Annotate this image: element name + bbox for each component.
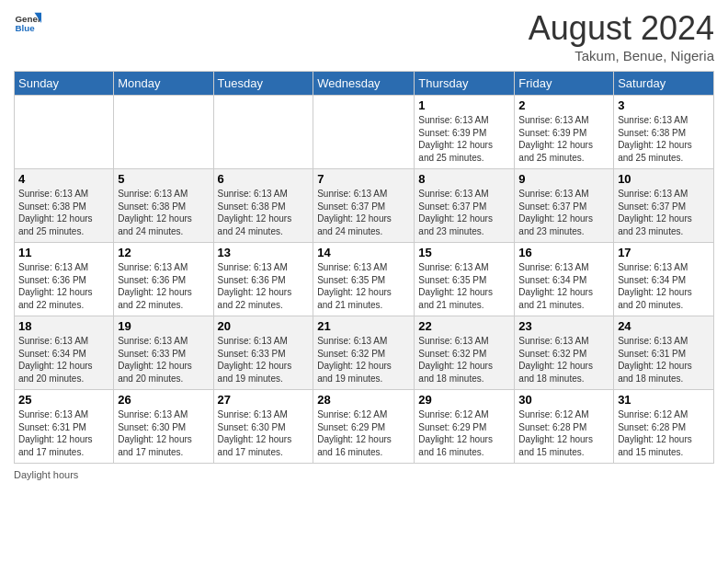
- day-number: 5: [118, 172, 209, 186]
- day-info: Sunrise: 6:13 AM Sunset: 6:38 PM Dayligh…: [18, 188, 109, 237]
- day-info: Sunrise: 6:13 AM Sunset: 6:39 PM Dayligh…: [418, 114, 510, 164]
- day-number: 22: [418, 319, 510, 333]
- day-number: 23: [518, 319, 609, 333]
- day-info: Sunrise: 6:13 AM Sunset: 6:37 PM Dayligh…: [418, 188, 510, 237]
- week-row-1: 1Sunrise: 6:13 AM Sunset: 6:39 PM Daylig…: [15, 96, 714, 169]
- day-number: 27: [218, 393, 310, 407]
- svg-text:Blue: Blue: [16, 23, 36, 33]
- calendar-cell: 11Sunrise: 6:13 AM Sunset: 6:36 PM Dayli…: [15, 243, 114, 316]
- day-info: Sunrise: 6:13 AM Sunset: 6:30 PM Dayligh…: [218, 408, 310, 458]
- day-info: Sunrise: 6:13 AM Sunset: 6:37 PM Dayligh…: [317, 188, 410, 237]
- calendar-table: SundayMondayTuesdayWednesdayThursdayFrid…: [14, 71, 714, 464]
- day-number: 31: [618, 393, 710, 407]
- day-header-monday: Monday: [114, 72, 213, 96]
- week-row-2: 4Sunrise: 6:13 AM Sunset: 6:38 PM Daylig…: [15, 169, 714, 243]
- day-number: 14: [317, 246, 410, 259]
- day-number: 21: [317, 319, 410, 333]
- calendar-cell: 15Sunrise: 6:13 AM Sunset: 6:35 PM Dayli…: [415, 243, 515, 316]
- calendar-cell: 12Sunrise: 6:13 AM Sunset: 6:36 PM Dayli…: [114, 243, 213, 316]
- day-number: 28: [317, 393, 410, 407]
- day-info: Sunrise: 6:13 AM Sunset: 6:34 PM Dayligh…: [18, 335, 109, 385]
- day-number: 7: [317, 172, 410, 186]
- day-info: Sunrise: 6:13 AM Sunset: 6:35 PM Dayligh…: [418, 261, 510, 311]
- week-row-4: 18Sunrise: 6:13 AM Sunset: 6:34 PM Dayli…: [15, 316, 714, 390]
- calendar-title: August 2024: [529, 9, 714, 48]
- day-number: 2: [518, 98, 609, 112]
- calendar-cell: 8Sunrise: 6:13 AM Sunset: 6:37 PM Daylig…: [415, 169, 515, 243]
- calendar-cell: 23Sunrise: 6:13 AM Sunset: 6:32 PM Dayli…: [515, 316, 614, 390]
- day-info: Sunrise: 6:13 AM Sunset: 6:34 PM Dayligh…: [618, 261, 710, 311]
- calendar-cell: 3Sunrise: 6:13 AM Sunset: 6:38 PM Daylig…: [614, 96, 714, 169]
- calendar-cell: 17Sunrise: 6:13 AM Sunset: 6:34 PM Dayli…: [614, 243, 714, 316]
- calendar-cell: 26Sunrise: 6:13 AM Sunset: 6:30 PM Dayli…: [114, 390, 213, 464]
- footer-daylight: Daylight hours: [14, 469, 714, 480]
- day-info: Sunrise: 6:13 AM Sunset: 6:37 PM Dayligh…: [618, 188, 710, 237]
- day-header-thursday: Thursday: [415, 72, 515, 96]
- calendar-cell: 6Sunrise: 6:13 AM Sunset: 6:38 PM Daylig…: [213, 169, 313, 243]
- day-number: 17: [618, 246, 710, 259]
- day-info: Sunrise: 6:13 AM Sunset: 6:35 PM Dayligh…: [317, 261, 410, 311]
- day-number: 18: [18, 319, 109, 333]
- calendar-cell: 9Sunrise: 6:13 AM Sunset: 6:37 PM Daylig…: [515, 169, 614, 243]
- day-header-saturday: Saturday: [614, 72, 714, 96]
- calendar-cell: 28Sunrise: 6:12 AM Sunset: 6:29 PM Dayli…: [313, 390, 415, 464]
- day-number: 8: [418, 172, 510, 186]
- calendar-cell: 20Sunrise: 6:13 AM Sunset: 6:33 PM Dayli…: [213, 316, 313, 390]
- calendar-cell: [114, 96, 213, 169]
- calendar-cell: 2Sunrise: 6:13 AM Sunset: 6:39 PM Daylig…: [515, 96, 614, 169]
- day-number: 25: [18, 393, 109, 407]
- day-info: Sunrise: 6:13 AM Sunset: 6:33 PM Dayligh…: [218, 335, 310, 385]
- day-number: 20: [218, 319, 310, 333]
- day-info: Sunrise: 6:13 AM Sunset: 6:36 PM Dayligh…: [218, 261, 310, 311]
- calendar-cell: 13Sunrise: 6:13 AM Sunset: 6:36 PM Dayli…: [213, 243, 313, 316]
- day-header-tuesday: Tuesday: [213, 72, 313, 96]
- day-info: Sunrise: 6:12 AM Sunset: 6:28 PM Dayligh…: [618, 408, 710, 458]
- day-info: Sunrise: 6:12 AM Sunset: 6:28 PM Dayligh…: [518, 408, 609, 458]
- week-row-5: 25Sunrise: 6:13 AM Sunset: 6:31 PM Dayli…: [15, 390, 714, 464]
- page-header: General Blue August 2024 Takum, Benue, N…: [14, 9, 714, 63]
- day-header-wednesday: Wednesday: [313, 72, 415, 96]
- calendar-cell: 10Sunrise: 6:13 AM Sunset: 6:37 PM Dayli…: [614, 169, 714, 243]
- calendar-cell: 7Sunrise: 6:13 AM Sunset: 6:37 PM Daylig…: [313, 169, 415, 243]
- day-info: Sunrise: 6:13 AM Sunset: 6:32 PM Dayligh…: [418, 335, 510, 385]
- day-number: 1: [418, 98, 510, 112]
- day-number: 12: [118, 246, 209, 259]
- day-info: Sunrise: 6:13 AM Sunset: 6:38 PM Dayligh…: [618, 114, 710, 164]
- title-block: August 2024 Takum, Benue, Nigeria: [529, 9, 714, 63]
- calendar-cell: 4Sunrise: 6:13 AM Sunset: 6:38 PM Daylig…: [15, 169, 114, 243]
- day-number: 4: [18, 172, 109, 186]
- logo: General Blue: [14, 9, 41, 37]
- day-number: 11: [18, 246, 109, 259]
- day-number: 13: [218, 246, 310, 259]
- day-info: Sunrise: 6:13 AM Sunset: 6:37 PM Dayligh…: [518, 188, 609, 237]
- calendar-cell: 30Sunrise: 6:12 AM Sunset: 6:28 PM Dayli…: [515, 390, 614, 464]
- day-number: 9: [518, 172, 609, 186]
- calendar-cell: [15, 96, 114, 169]
- calendar-cell: 25Sunrise: 6:13 AM Sunset: 6:31 PM Dayli…: [15, 390, 114, 464]
- day-info: Sunrise: 6:13 AM Sunset: 6:34 PM Dayligh…: [518, 261, 609, 311]
- day-number: 6: [218, 172, 310, 186]
- logo-icon: General Blue: [14, 9, 41, 37]
- calendar-cell: 16Sunrise: 6:13 AM Sunset: 6:34 PM Dayli…: [515, 243, 614, 316]
- calendar-cell: 24Sunrise: 6:13 AM Sunset: 6:31 PM Dayli…: [614, 316, 714, 390]
- day-number: 16: [518, 246, 609, 259]
- day-info: Sunrise: 6:13 AM Sunset: 6:38 PM Dayligh…: [218, 188, 310, 237]
- calendar-cell: 31Sunrise: 6:12 AM Sunset: 6:28 PM Dayli…: [614, 390, 714, 464]
- day-info: Sunrise: 6:13 AM Sunset: 6:32 PM Dayligh…: [518, 335, 609, 385]
- day-info: Sunrise: 6:13 AM Sunset: 6:31 PM Dayligh…: [618, 335, 710, 385]
- days-header-row: SundayMondayTuesdayWednesdayThursdayFrid…: [15, 72, 714, 96]
- calendar-cell: 18Sunrise: 6:13 AM Sunset: 6:34 PM Dayli…: [15, 316, 114, 390]
- calendar-cell: 19Sunrise: 6:13 AM Sunset: 6:33 PM Dayli…: [114, 316, 213, 390]
- calendar-cell: 1Sunrise: 6:13 AM Sunset: 6:39 PM Daylig…: [415, 96, 515, 169]
- day-info: Sunrise: 6:12 AM Sunset: 6:29 PM Dayligh…: [418, 408, 510, 458]
- calendar-cell: 27Sunrise: 6:13 AM Sunset: 6:30 PM Dayli…: [213, 390, 313, 464]
- calendar-cell: 14Sunrise: 6:13 AM Sunset: 6:35 PM Dayli…: [313, 243, 415, 316]
- calendar-cell: 22Sunrise: 6:13 AM Sunset: 6:32 PM Dayli…: [415, 316, 515, 390]
- day-info: Sunrise: 6:13 AM Sunset: 6:30 PM Dayligh…: [118, 408, 209, 458]
- day-number: 10: [618, 172, 710, 186]
- day-number: 24: [618, 319, 710, 333]
- day-info: Sunrise: 6:13 AM Sunset: 6:36 PM Dayligh…: [118, 261, 209, 311]
- calendar-cell: 21Sunrise: 6:13 AM Sunset: 6:32 PM Dayli…: [313, 316, 415, 390]
- day-number: 15: [418, 246, 510, 259]
- day-info: Sunrise: 6:13 AM Sunset: 6:33 PM Dayligh…: [118, 335, 209, 385]
